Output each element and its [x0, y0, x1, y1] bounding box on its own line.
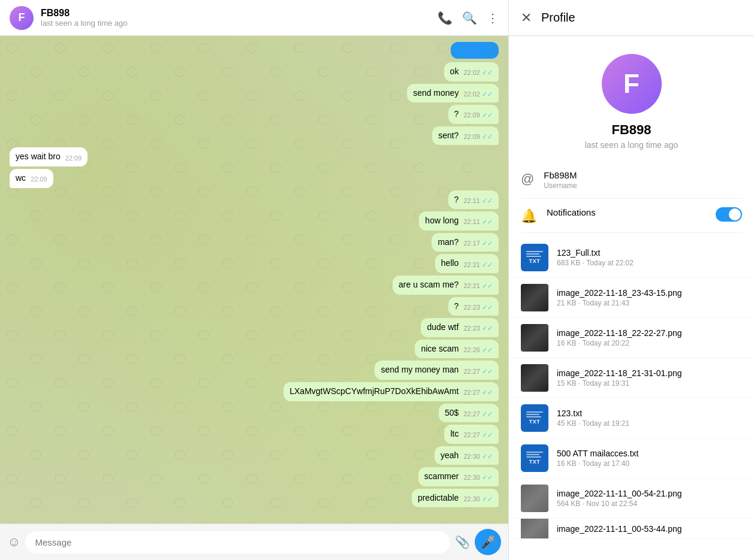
- message-bubble: scammer 22:30 ✓✓: [418, 467, 499, 486]
- message-bubble: LXaMvgtWScpCYwfmjRuP7DoXkEhibAwAmt 22:27…: [283, 382, 499, 401]
- profile-name: FB898: [611, 122, 651, 138]
- table-row: yes wait bro 22:09: [10, 147, 499, 167]
- file-name: 500 ATT mailacces.txt: [557, 449, 742, 458]
- message-bubble: how long 22:11 ✓✓: [419, 211, 499, 231]
- table-row: wc 22:09: [10, 169, 499, 188]
- chat-header: F FB898 last seen a long time ago 📞 🔍 ⋮: [0, 0, 508, 36]
- username-content: Fb898M Username: [544, 170, 742, 190]
- message-bubble: ? 22:09 ✓✓: [448, 105, 499, 124]
- table-row: ok 22:02 ✓✓: [10, 62, 499, 81]
- message-text: how long: [425, 215, 459, 227]
- message-bubble: wc 22:09: [10, 169, 53, 188]
- message-text: wc: [16, 172, 26, 184]
- close-button[interactable]: ✕: [521, 10, 532, 26]
- message-text: 50$: [445, 407, 459, 419]
- bell-icon: 🔔: [521, 208, 537, 224]
- profile-header: ✕ Profile: [509, 0, 754, 36]
- message-text: sent?: [438, 130, 459, 142]
- message-text: yes wait bro: [16, 151, 61, 163]
- file-name: image_2022-11-18_21-31-01.png: [557, 368, 742, 378]
- file-icon-img: [521, 324, 548, 352]
- username-value: Fb898M: [544, 170, 742, 180]
- message-text: ?: [454, 301, 459, 313]
- file-name: image_2022-11-11_00-54-21.png: [557, 489, 742, 498]
- profile-title: Profile: [541, 11, 575, 25]
- file-name: image_2022-11-18_23-43-15.png: [557, 288, 742, 298]
- more-options-icon[interactable]: ⋮: [487, 11, 499, 25]
- file-info: 500 ATT mailacces.txt 16 KB · Today at 1…: [557, 449, 742, 468]
- list-item[interactable]: TXT 123.txt 45 KB · Today at 19:21: [509, 398, 754, 438]
- chat-panel: F FB898 last seen a long time ago 📞 🔍 ⋮ …: [0, 0, 508, 560]
- file-icon-img: [521, 519, 548, 539]
- table-row: hello 22:21 ✓✓: [10, 254, 499, 273]
- message-text: ltc: [450, 428, 459, 440]
- file-meta: 15 KB · Today at 19:31: [557, 379, 742, 388]
- emoji-button[interactable]: ☺: [7, 534, 20, 550]
- list-item[interactable]: image_2022-11-11_00-54-21.png 564 KB · N…: [509, 479, 754, 519]
- message-bubble: predictable 22:30 ✓✓: [412, 489, 499, 508]
- file-info: 123_Full.txt 683 KB · Today at 22:02: [557, 248, 742, 267]
- file-icon-img: [521, 485, 548, 512]
- message-bubble: ? 22:11 ✓✓: [448, 190, 499, 210]
- chat-header-info: FB898 last seen a long time ago: [41, 8, 438, 28]
- list-item[interactable]: image_2022-11-18_23-43-15.png 21 KB · To…: [509, 278, 754, 318]
- profile-info-section: @ Fb898M Username 🔔 Notifications: [509, 162, 754, 233]
- search-icon[interactable]: 🔍: [462, 11, 477, 25]
- message-text: send my money man: [381, 364, 459, 376]
- table-row: yeah 22:30 ✓✓: [10, 446, 499, 465]
- message-text: yeah: [441, 450, 459, 462]
- list-item[interactable]: image_2022-11-18_21-31-01.png 15 KB · To…: [509, 358, 754, 398]
- profile-last-seen: last seen a long time ago: [585, 140, 678, 150]
- phone-icon[interactable]: 📞: [438, 11, 453, 25]
- file-icon-img: [521, 284, 548, 311]
- file-info: image_2022-11-18_22-22-27.png 16 KB · To…: [557, 328, 742, 347]
- files-section: TXT 123_Full.txt 683 KB · Today at 22:02…: [509, 233, 754, 544]
- table-row: send my money man 22:27 ✓✓: [10, 361, 499, 380]
- notifications-toggle[interactable]: [716, 207, 742, 222]
- message-bubble: ? 22:23 ✓✓: [448, 297, 499, 316]
- attach-button[interactable]: 📎: [455, 535, 470, 549]
- message-text: ?: [454, 194, 459, 206]
- profile-avatar: F: [602, 54, 662, 114]
- table-row: LXaMvgtWScpCYwfmjRuP7DoXkEhibAwAmt 22:27…: [10, 382, 499, 401]
- message-bubble: hello 22:21 ✓✓: [435, 254, 499, 273]
- notifications-toggle-container: [716, 207, 742, 222]
- message-bubble: yeah 22:30 ✓✓: [435, 446, 499, 465]
- notifications-content: Notifications: [547, 207, 706, 217]
- username-label: Username: [544, 181, 742, 190]
- list-item[interactable]: TXT 123_Full.txt 683 KB · Today at 22:02: [509, 238, 754, 278]
- file-meta: 16 KB · Today at 17:40: [557, 459, 742, 468]
- message-bubble: send money 22:02 ✓✓: [407, 84, 499, 103]
- message-input[interactable]: [25, 531, 450, 553]
- table-row: ltc 22:27 ✓✓: [10, 425, 499, 444]
- file-info: 123.txt 45 KB · Today at 19:21: [557, 408, 742, 428]
- message-text: ok: [450, 66, 459, 78]
- file-info: image_2022-11-18_21-31-01.png 15 KB · To…: [557, 368, 742, 388]
- message-text: hello: [441, 258, 459, 270]
- contact-status: last seen a long time ago: [41, 19, 438, 28]
- message-text: man?: [438, 237, 459, 249]
- list-item[interactable]: image_2022-11-11_00-53-44.png: [509, 519, 754, 539]
- table-row: ? 22:09 ✓✓: [10, 105, 499, 124]
- file-meta: 16 KB · Today at 20:22: [557, 339, 742, 347]
- notifications-row: 🔔 Notifications: [521, 199, 742, 233]
- profile-panel: ✕ Profile F FB898 last seen a long time …: [508, 0, 754, 560]
- chat-input-bar: ☺ 📎 🎤: [0, 523, 508, 560]
- message-text: dude wtf: [427, 322, 459, 334]
- message-text: nice scam: [421, 343, 459, 355]
- message-bubble: ltc 22:27 ✓✓: [444, 425, 499, 444]
- file-name: image_2022-11-18_22-22-27.png: [557, 328, 742, 338]
- table-row: man? 22:17 ✓✓: [10, 233, 499, 252]
- message-text: LXaMvgtWScpCYwfmjRuP7DoXkEhibAwAmt: [289, 386, 459, 398]
- file-icon-txt: TXT: [521, 404, 548, 432]
- message-bubble: sent? 22:09 ✓✓: [432, 126, 499, 146]
- list-item[interactable]: TXT 500 ATT mailacces.txt 16 KB · Today …: [509, 438, 754, 479]
- table-row: ? 22:11 ✓✓: [10, 190, 499, 210]
- list-item[interactable]: image_2022-11-18_22-22-27.png 16 KB · To…: [509, 318, 754, 358]
- chat-header-avatar: F: [10, 6, 34, 30]
- file-meta: 21 KB · Today at 21:43: [557, 299, 742, 307]
- voice-button[interactable]: 🎤: [475, 529, 501, 555]
- message-bubble: nice scam 22:26 ✓✓: [415, 340, 499, 359]
- file-meta: 564 KB · Nov 10 at 22:54: [557, 500, 742, 508]
- message-bubble: send my money man 22:27 ✓✓: [375, 361, 499, 380]
